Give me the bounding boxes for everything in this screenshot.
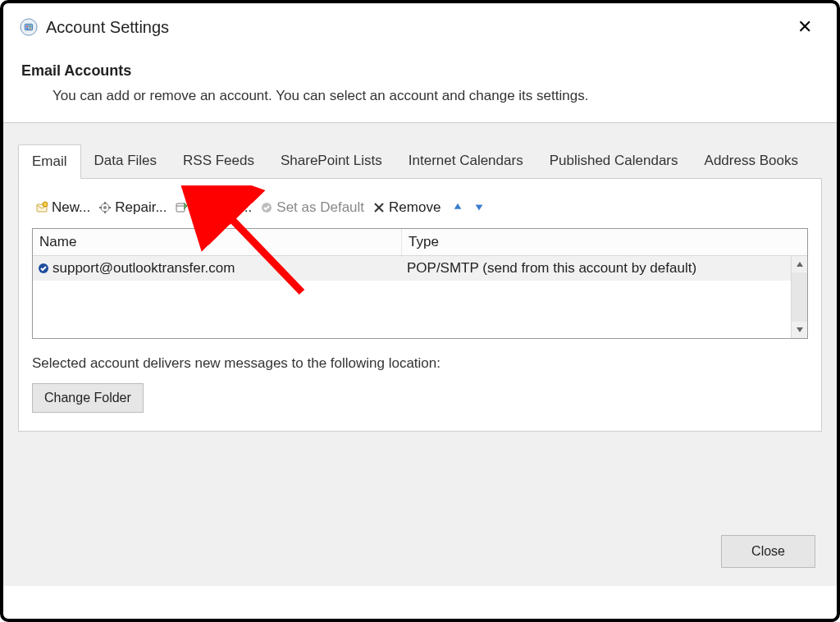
svg-rect-11 [99,207,102,208]
tabstrip: Email Data Files RSS Feeds SharePoint Li… [3,123,837,179]
account-row[interactable]: support@outlooktransfer.com POP/SMTP (se… [33,256,807,281]
new-button[interactable]: New... [34,199,92,217]
window-title: Account Settings [46,18,169,37]
repair-icon [98,201,112,214]
titlebar: Account Settings ✕ [3,3,837,46]
tab-published-calendars[interactable]: Published Calendars [536,144,692,179]
delivery-location-text: Selected account delivers new messages t… [32,355,808,372]
svg-rect-4 [26,28,28,30]
scroll-down-icon[interactable] [792,322,807,338]
remove-icon [372,201,386,214]
scroll-up-icon[interactable] [792,256,807,272]
svg-rect-1 [25,24,32,30]
svg-rect-12 [108,207,111,208]
tab-rss-feeds[interactable]: RSS Feeds [170,144,267,179]
repair-button-label: Repair... [115,199,167,216]
header: Email Accounts You can add or remove an … [3,46,837,122]
change-folder-button[interactable]: Change Folder [32,383,144,413]
move-up-button[interactable] [447,200,467,215]
default-account-icon [38,263,49,274]
tab-address-books[interactable]: Address Books [692,144,811,179]
repair-button[interactable]: Repair... [97,199,168,217]
account-name: support@outlooktransfer.com [52,260,235,277]
set-default-button: Set as Default [258,199,366,217]
svg-rect-5 [30,28,31,30]
arrow-up-icon [452,201,465,214]
svg-rect-9 [104,202,106,204]
set-default-button-label: Set as Default [276,199,364,216]
header-subtitle: You can add or remove an account. You ca… [21,88,819,104]
tab-pane-email: New... Repair... [18,178,822,432]
change-button-label: Change... [192,199,253,216]
svg-point-7 [43,202,48,207]
new-button-label: New... [52,199,90,216]
svg-rect-3 [30,25,31,27]
tab-data-files[interactable]: Data Files [81,144,171,179]
svg-point-13 [103,206,107,209]
close-button[interactable]: Close [721,535,815,568]
remove-button-label: Remove [389,199,441,216]
tab-email[interactable]: Email [18,144,81,179]
account-list: Name Type support@outlooktransfe [32,228,808,339]
arrow-down-icon [473,201,486,214]
column-type[interactable]: Type [402,229,807,255]
new-icon [35,201,48,214]
column-name[interactable]: Name [33,229,402,255]
svg-marker-22 [797,262,803,267]
svg-rect-2 [26,25,28,27]
header-title: Email Accounts [21,62,819,80]
column-headers: Name Type [33,229,807,256]
svg-rect-14 [176,204,185,212]
svg-marker-19 [454,204,462,209]
change-icon [176,201,189,214]
remove-button[interactable]: Remove [371,199,442,217]
app-icon [20,18,38,36]
account-type: POP/SMTP (send from this account by defa… [402,256,807,281]
toolbar: New... Repair... [32,190,808,228]
tab-sharepoint-lists[interactable]: SharePoint Lists [267,144,395,179]
svg-marker-23 [797,327,803,332]
tab-internet-calendars[interactable]: Internet Calendars [395,144,536,179]
body-area: Email Data Files RSS Feeds SharePoint Li… [3,123,837,586]
svg-marker-20 [476,204,483,210]
scrollbar[interactable] [791,256,807,338]
move-down-button[interactable] [472,200,488,215]
check-circle-icon [260,201,273,214]
change-button[interactable]: Change... [174,199,254,217]
close-icon[interactable]: ✕ [789,13,820,41]
scroll-track[interactable] [792,272,807,322]
svg-rect-10 [104,211,106,213]
